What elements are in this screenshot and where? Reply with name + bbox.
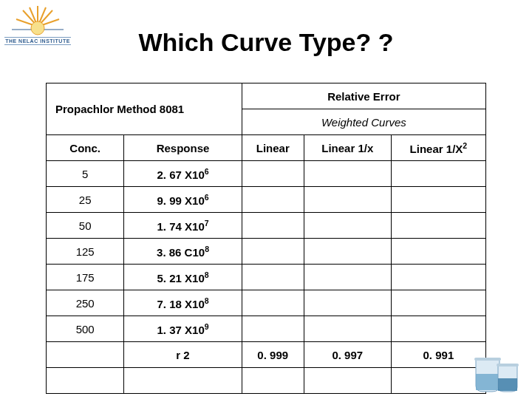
table-row: 501. 74 X107 [47,213,486,239]
r2-linear: 0. 999 [242,342,304,368]
r2-lin1x2: 0. 991 [391,342,485,368]
svg-rect-11 [498,378,517,391]
table-row: 2507. 18 X108 [47,290,486,316]
table-row: 52. 67 X106 [47,161,486,187]
table-row: 1755. 21 X108 [47,265,486,290]
table-row: 259. 99 X106 [47,187,486,213]
table-row [47,368,486,394]
r2-label: r 2 [124,342,242,368]
table-row: 5001. 37 X109 [47,316,486,342]
col-linear-1x2: Linear 1/X2 [391,135,485,161]
beakers-icon [473,353,525,395]
col-linear-1x: Linear 1/x [304,135,391,161]
col-response: Response [124,135,242,161]
relative-error-header: Relative Error [242,83,485,109]
table-caption-left: Propachlor Method 8081 [47,83,242,135]
col-conc: Conc. [47,135,124,161]
page-title: Which Curve Type? ? [0,28,532,57]
svg-rect-10 [474,358,501,361]
r2-row: r 2 0. 999 0. 997 0. 991 [47,342,486,368]
svg-rect-9 [476,374,499,390]
data-table: Propachlor Method 8081 Relative Error We… [46,83,486,394]
col-linear: Linear [242,135,304,161]
svg-rect-12 [497,364,519,366]
weighted-curves-header: Weighted Curves [242,109,485,135]
table-row: 1253. 86 C108 [47,239,486,265]
r2-lin1x: 0. 997 [304,342,391,368]
